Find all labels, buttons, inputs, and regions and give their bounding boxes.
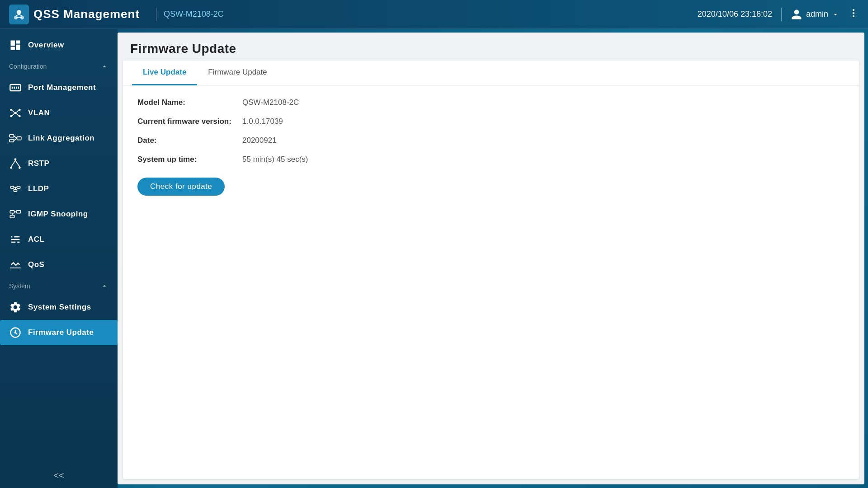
more-menu-button[interactable] [848,8,859,21]
svg-line-32 [15,160,19,167]
svg-line-19 [12,110,14,113]
qss-logo-svg [12,8,26,21]
svg-point-15 [10,109,12,111]
username-label: admin [806,9,828,19]
svg-rect-25 [17,137,21,140]
check-update-button[interactable]: Check for update [137,178,225,196]
datetime-display: 2020/10/06 23:16:02 [698,9,772,19]
sidebar-item-label-firmware-update: Firmware Update [28,328,94,337]
sidebar-item-label-acl: ACL [28,235,44,244]
model-name-label: Model Name: [137,98,237,107]
system-collapse[interactable]: System [0,277,118,295]
svg-rect-40 [10,215,14,218]
app-header: QSS Management QSW-M2108-2C 2020/10/06 2… [0,0,868,29]
firmware-version-label: Current firmware version: [137,117,237,126]
svg-point-30 [19,167,21,169]
rstp-icon [9,157,22,170]
tab-live-update[interactable]: Live Update [132,61,197,85]
page-title: Firmware Update [130,42,852,56]
model-name-value: QSW-M2108-2C [242,98,299,107]
svg-rect-23 [9,135,14,137]
sidebar-item-label-port-management: Port Management [28,83,96,92]
port-management-icon [9,81,22,94]
firmware-version-value: 1.0.0.17039 [242,117,283,126]
svg-line-22 [16,113,19,116]
app-title: QSS Management [33,7,140,21]
svg-line-31 [11,160,15,167]
link-aggregation-icon [9,132,22,145]
sidebar-item-label-lldp: LLDP [28,184,49,193]
date-value: 20200921 [242,136,277,145]
svg-rect-34 [17,186,20,188]
uptime-value: 55 min(s) 45 sec(s) [242,155,308,164]
sidebar-item-system-settings[interactable]: System Settings [0,295,118,320]
svg-point-18 [19,115,21,117]
sidebar-item-igmp-snooping[interactable]: IGMP Snooping [0,202,118,227]
svg-point-29 [10,167,12,169]
sidebar-item-port-management[interactable]: Port Management [0,75,118,100]
sidebar-collapse-button[interactable]: << [53,470,64,481]
sidebar-item-rstp[interactable]: RSTP [0,151,118,176]
configuration-label: Configuration [9,63,47,70]
model-name-row: Model Name: QSW-M2108-2C [137,98,844,107]
main-content: Firmware Update Live Update Firmware Upd… [118,33,864,484]
info-section: Model Name: QSW-M2108-2C Current firmwar… [123,85,859,208]
sidebar-item-label-system-settings: System Settings [28,303,91,312]
sidebar: Overview Configuration Port Management V… [0,29,118,488]
svg-rect-39 [16,211,20,213]
content-card: Live Update Firmware Update Model Name: … [123,61,859,479]
sidebar-item-lldp[interactable]: LLDP [0,176,118,202]
svg-line-4 [19,14,22,16]
user-menu[interactable]: admin [791,9,839,20]
svg-rect-24 [9,139,14,142]
sidebar-item-vlan[interactable]: VLAN [0,100,118,126]
sidebar-item-link-aggregation[interactable]: Link Aggregation [0,126,118,151]
logo-area: QSS Management [9,5,140,24]
sidebar-item-label-overview: Overview [28,41,64,50]
overview-icon [9,39,22,52]
svg-rect-38 [10,211,14,213]
vlan-icon [9,107,22,119]
svg-line-3 [16,14,19,16]
svg-point-17 [10,115,12,117]
svg-point-50 [14,332,17,334]
configuration-collapse[interactable]: Configuration [0,58,118,75]
header-right-area: 2020/10/06 23:16:02 admin [698,8,859,21]
sidebar-item-label-igmp-snooping: IGMP Snooping [28,210,88,219]
header-divider2 [781,8,782,21]
system-settings-icon [9,301,22,314]
firmware-update-icon [9,326,22,339]
chevron-down-icon [832,11,839,18]
igmp-snooping-icon [9,208,22,221]
svg-point-6 [853,9,854,11]
user-icon [791,9,802,20]
lldp-icon [9,183,22,195]
tab-bar: Live Update Firmware Update [123,61,859,85]
svg-point-7 [853,12,854,14]
chevron-up-icon [100,62,108,70]
svg-line-20 [16,110,19,113]
svg-line-21 [12,113,14,116]
sidebar-item-label-qos: QoS [28,260,44,269]
uptime-label: System up time: [137,155,237,164]
sidebar-item-qos[interactable]: QoS [0,252,118,277]
acl-icon: white [9,233,22,246]
tab-firmware-update[interactable]: Firmware Update [197,61,278,85]
header-divider [156,8,156,21]
svg-point-16 [19,109,21,111]
uptime-row: System up time: 55 min(s) 45 sec(s) [137,155,844,164]
logo-icon [9,5,29,24]
svg-point-8 [853,15,854,17]
system-label: System [9,282,30,290]
sidebar-item-label-rstp: RSTP [28,159,49,168]
sidebar-item-acl[interactable]: white ACL [0,227,118,252]
sidebar-item-firmware-update[interactable]: Firmware Update [0,320,118,345]
body-area: Overview Configuration Port Management V… [0,29,868,488]
svg-point-44 [12,236,14,238]
date-row: Date: 20200921 [137,136,844,145]
date-label: Date: [137,136,237,145]
svg-rect-33 [11,186,14,188]
svg-point-14 [14,112,17,114]
svg-point-47 [15,241,18,244]
sidebar-item-overview[interactable]: Overview [0,33,118,58]
